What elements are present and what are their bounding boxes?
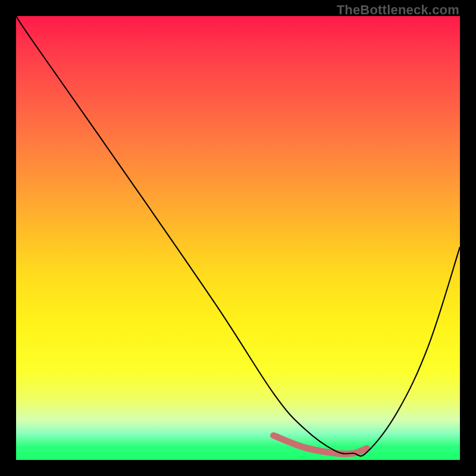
- bottleneck-curve: [16, 16, 460, 456]
- plot-area: [16, 16, 460, 460]
- valley-highlight: [274, 436, 367, 454]
- curve-svg: [16, 16, 460, 460]
- chart-frame: { "watermark": "TheBottleneck.com", "col…: [0, 0, 476, 476]
